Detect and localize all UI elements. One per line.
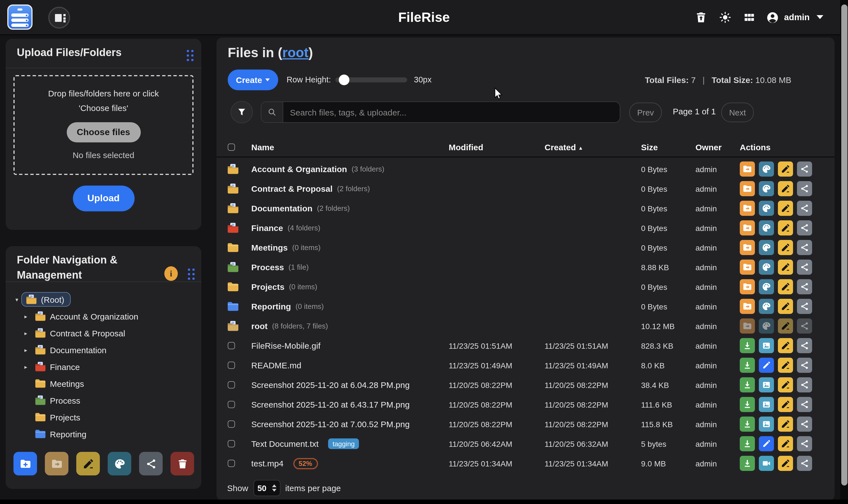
folder-move-action-button[interactable] [740,279,755,294]
pencil-action-button[interactable] [778,279,793,294]
folder-move-action-button[interactable] [740,259,755,275]
tree-caret-icon[interactable]: ▾ [12,296,21,303]
header-name[interactable]: Name [251,142,449,152]
scrollbar-thumb[interactable] [841,4,847,486]
share-action-button[interactable] [797,338,812,353]
share-folder-button[interactable] [139,452,163,475]
palette-action-button[interactable] [759,220,774,235]
folder-move-action-button[interactable] [740,181,755,196]
share-action-button[interactable] [797,161,812,177]
item-name[interactable]: Contract & Proposal [251,184,333,193]
palette-action-button[interactable] [759,201,774,216]
palette-action-button[interactable] [759,259,774,275]
header-modified[interactable]: Modified [449,142,545,152]
row-checkbox[interactable] [228,460,235,467]
tree-folder-item[interactable]: ▸ Account & Organization [6,308,201,325]
header-size[interactable]: Size [641,142,695,152]
tree-folder-item[interactable]: Process [6,392,201,409]
folder-move-action-button[interactable] [740,161,755,177]
download-action-button[interactable] [740,338,755,353]
table-row[interactable]: Text Document.txt tagging 11/20/25 06:42… [216,434,834,453]
table-row[interactable]: Finance (4 folders) 0 Bytes admin [216,218,834,238]
image-action-button[interactable] [759,338,774,353]
download-action-button[interactable] [740,416,755,432]
pencil-action-button[interactable] [778,181,793,196]
download-action-button[interactable] [740,436,755,451]
tree-caret-icon[interactable]: ▸ [21,347,30,353]
row-checkbox[interactable] [228,362,235,369]
image-action-button[interactable] [759,397,774,412]
row-checkbox[interactable] [228,401,235,408]
move-folder-button[interactable] [45,452,68,475]
file-dropzone[interactable]: Drop files/folders here or click 'Choose… [14,75,194,175]
table-row[interactable]: Screenshot 2025-11-20 at 6.04.28 PM.png … [216,375,834,395]
table-row[interactable]: Contract & Proposal (2 folders) 0 Bytes … [216,179,834,198]
share-action-button[interactable] [797,181,812,196]
share-action-button[interactable] [797,456,812,471]
tree-caret-icon[interactable]: ▸ [21,330,30,336]
drag-handle-icon[interactable] [188,269,195,280]
palette-action-button[interactable] [759,161,774,177]
prev-page-button[interactable]: Prev [629,103,662,122]
folder-move-action-button[interactable] [740,299,755,314]
slider-thumb[interactable] [339,75,349,85]
tree-folder-item[interactable]: ▸ Documentation [6,341,201,358]
download-action-button[interactable] [740,397,755,412]
pencil-action-button[interactable] [778,299,793,314]
share-action-button[interactable] [797,259,812,275]
table-row[interactable]: Projects (0 items) 0 Bytes admin [216,277,834,296]
item-name[interactable]: Screenshot 2025-11-20 at 6.04.28 PM.png [251,380,410,390]
account-avatar-icon[interactable] [766,11,779,24]
palette-action-button[interactable] [759,181,774,196]
header-owner[interactable]: Owner [695,142,740,152]
table-row[interactable]: FileRise-Mobile.gif 11/23/25 01:51AM 11/… [216,336,834,356]
pencil-action-button[interactable] [778,259,793,275]
user-name[interactable]: admin [784,12,810,22]
pencil-action-button[interactable] [778,220,793,235]
item-name[interactable]: Text Document.txt [251,439,319,449]
image-action-button[interactable] [759,416,774,432]
share-action-button[interactable] [797,358,812,373]
share-action-button[interactable] [797,279,812,294]
table-row[interactable]: Reporting (0 items) 0 Bytes admin [216,296,834,316]
delete-folder-button[interactable] [171,452,194,475]
item-name[interactable]: Reporting [251,302,291,311]
tree-folder-item[interactable]: Meetings [6,375,201,392]
table-row[interactable]: Account & Organization (3 folders) 0 Byt… [216,159,834,179]
folder-move-action-button[interactable] [740,201,755,216]
item-name[interactable]: Documentation [251,203,312,213]
folder-move-action-button[interactable] [740,220,755,235]
share-action-button[interactable] [797,397,812,412]
tree-folder-item[interactable]: ▸ Contract & Proposal [6,325,201,341]
edit-action-button[interactable] [759,436,774,451]
row-checkbox[interactable] [228,420,235,428]
create-button[interactable]: Create [228,70,278,90]
select-all-checkbox[interactable] [228,143,235,150]
table-row[interactable]: root (8 folders, 7 files) 10.12 MB admin [216,316,834,336]
share-action-button[interactable] [797,436,812,451]
table-row[interactable]: Screenshot 2025-11-20 at 7.00.52 PM.png … [216,414,834,434]
table-row[interactable]: Documentation (2 folders) 0 Bytes admin [216,198,834,218]
palette-action-button[interactable] [759,240,774,255]
share-action-button[interactable] [797,240,812,255]
pencil-action-button[interactable] [778,456,793,471]
item-name[interactable]: Process [251,263,284,272]
row-checkbox[interactable] [228,381,235,389]
pencil-action-button[interactable] [778,397,793,412]
trash-restore-icon[interactable] [695,11,707,23]
items-per-page-select[interactable]: 50 [253,480,280,496]
share-action-button[interactable] [797,220,812,235]
pencil-action-button[interactable] [778,377,793,393]
share-action-button[interactable] [797,201,812,216]
header-created[interactable]: Created▲ [545,142,641,152]
video-action-button[interactable] [759,456,774,471]
tree-folder-item[interactable]: Reporting [6,426,201,442]
item-name[interactable]: root [251,321,267,331]
row-height-slider[interactable] [335,77,407,83]
folder-move-action-button[interactable] [740,240,755,255]
item-name[interactable]: FileRise-Mobile.gif [251,341,320,350]
rename-folder-button[interactable] [76,452,100,475]
item-name[interactable]: README.md [251,360,301,370]
item-name[interactable]: Projects [251,282,284,291]
theme-toggle-icon[interactable] [719,11,731,23]
